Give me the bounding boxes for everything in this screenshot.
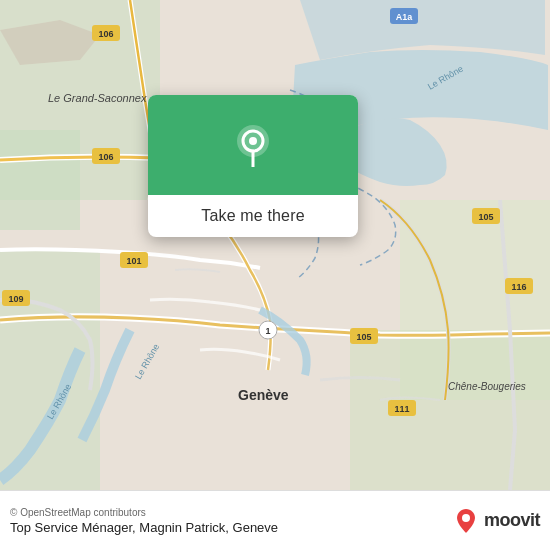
popup-header — [148, 95, 358, 195]
moovit-text: moovit — [484, 510, 540, 531]
svg-point-36 — [249, 137, 257, 145]
take-me-there-button[interactable]: Take me there — [201, 207, 304, 225]
moovit-logo: moovit — [452, 507, 540, 535]
svg-text:111: 111 — [394, 404, 409, 414]
svg-text:105: 105 — [478, 212, 493, 222]
popup-action-area: Take me there — [148, 195, 358, 237]
svg-rect-4 — [0, 130, 80, 230]
svg-rect-2 — [0, 250, 100, 490]
svg-text:Genève: Genève — [238, 387, 289, 403]
svg-text:105: 105 — [356, 332, 371, 342]
svg-text:A1a: A1a — [396, 12, 414, 22]
svg-text:106: 106 — [98, 152, 113, 162]
svg-text:106: 106 — [98, 29, 113, 39]
svg-text:109: 109 — [8, 294, 23, 304]
location-pin-icon — [231, 123, 275, 167]
bottom-bar: © OpenStreetMap contributors Top Service… — [0, 490, 550, 550]
map-attribution: © OpenStreetMap contributors — [10, 507, 278, 518]
svg-text:Chêne-Bougeries: Chêne-Bougeries — [448, 381, 526, 392]
place-name: Top Service Ménager, Magnin Patrick, Gen… — [10, 520, 278, 535]
svg-text:116: 116 — [511, 282, 526, 292]
svg-text:1: 1 — [265, 326, 270, 336]
location-popup: Take me there — [148, 95, 358, 237]
svg-point-37 — [462, 514, 470, 522]
moovit-pin-icon — [452, 507, 480, 535]
svg-text:Le Grand-Saconnex: Le Grand-Saconnex — [48, 92, 147, 104]
bottom-info: © OpenStreetMap contributors Top Service… — [10, 507, 278, 535]
svg-text:101: 101 — [126, 256, 141, 266]
map: 106 A1a 1 106 101 105 105 1 109 116 111 — [0, 0, 550, 490]
